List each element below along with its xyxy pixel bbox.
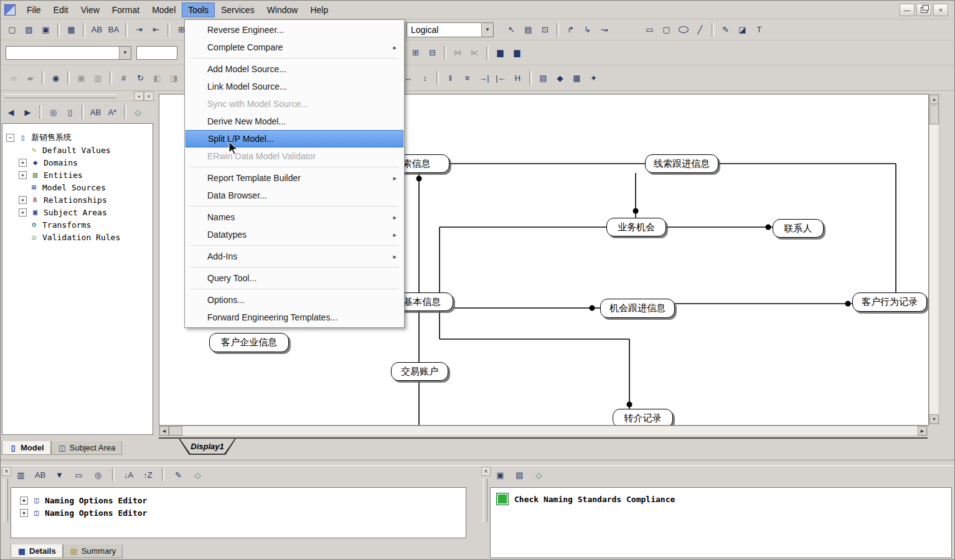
spark-icon[interactable]: ✦ (586, 70, 601, 85)
rectangle-tool-icon[interactable]: ▭ (642, 22, 657, 37)
vertical-scrollbar[interactable]: ▲ ▼ (929, 94, 939, 424)
open-icon[interactable]: ▨ (21, 22, 37, 37)
save-icon[interactable]: ▣ (38, 22, 54, 37)
entity-box[interactable]: 线索跟进信息 (645, 154, 718, 173)
fit-vertical-icon[interactable]: ↕ (417, 70, 433, 85)
chevron-down-icon[interactable]: ▼ (119, 47, 131, 59)
clipboard-icon[interactable]: ▥ (90, 70, 106, 85)
menu-edit[interactable]: Edit (47, 2, 75, 17)
forward-icon[interactable]: ▶ (20, 105, 35, 119)
list-item[interactable]: + ◫ Naming Options Editor (20, 494, 466, 506)
ellipse-tool-icon[interactable] (675, 22, 691, 37)
expand-icon[interactable]: + (19, 171, 27, 179)
panel-grip[interactable] (4, 478, 8, 522)
line-tool-icon[interactable]: ╱ (692, 22, 708, 37)
tab-details[interactable]: ▦ Details (11, 544, 63, 558)
tab-display1[interactable]: Display1 (179, 439, 236, 455)
refresh-icon[interactable]: ↻ (133, 70, 148, 85)
header-icon[interactable]: H (510, 70, 525, 85)
minimize-button[interactable]: — (900, 4, 915, 16)
stack-b-icon[interactable]: ▆ (509, 45, 525, 60)
menu-services[interactable]: Services (215, 2, 261, 17)
tree-item-subject-areas[interactable]: + ▣ Subject Areas (19, 206, 153, 218)
tree-root-row[interactable]: − ▯ 新销售系统 (6, 131, 153, 144)
menu-file[interactable]: File (21, 2, 47, 17)
object-filter-select[interactable]: ▼ (6, 46, 131, 60)
pointer-tool-icon[interactable]: ↖ (504, 22, 519, 37)
tree-item-entities[interactable]: + ▤ Entities (19, 169, 153, 181)
dense-grid-icon[interactable]: ▦ (569, 70, 585, 85)
menu-window[interactable]: Window (261, 2, 304, 17)
eraser-tool-icon[interactable]: ◪ (735, 22, 750, 37)
chevron-down-icon[interactable]: ▼ (481, 23, 493, 37)
tree-item-validation-rules[interactable]: ☑ Validation Rules (19, 231, 153, 243)
naming-ba-icon[interactable]: BA (106, 22, 121, 37)
menu-item-data-browser[interactable]: Data Browser... (185, 187, 404, 204)
lock-icon[interactable]: ◉ (48, 70, 64, 85)
menu-item-add-ins[interactable]: Add-Ins▸ (185, 248, 404, 265)
new-icon[interactable]: ▢ (4, 22, 20, 37)
diamond-icon[interactable]: ◆ (552, 70, 568, 85)
entity-box[interactable]: 客户企业信息 (209, 333, 289, 352)
tree-item-model-sources[interactable]: ⊞ Model Sources (19, 181, 153, 194)
menu-item-complete-compare[interactable]: Complete Compare▸ (185, 39, 404, 56)
shape-a-icon[interactable]: ▱ (6, 70, 21, 85)
menu-format[interactable]: Format (106, 2, 146, 17)
scroll-right-icon[interactable]: ▶ (918, 426, 927, 436)
identifying-relationship-icon[interactable]: ↱ (563, 22, 578, 37)
open-icon[interactable]: ▥ (13, 467, 29, 482)
menu-item-options[interactable]: Options... (185, 291, 404, 309)
shape-b-icon[interactable]: ▰ (22, 70, 38, 85)
card-icon[interactable]: ▭ (71, 467, 87, 482)
rounded-rectangle-tool-icon[interactable]: ▢ (659, 22, 674, 37)
many-to-many-relationship-icon[interactable]: ↝ (596, 22, 612, 37)
menu-tools[interactable]: Tools (182, 2, 215, 17)
expand-icon[interactable]: + (19, 196, 27, 204)
page-icon[interactable]: ▤ (535, 70, 551, 85)
vertical-scroll-thumb[interactable] (929, 105, 939, 124)
tree-item-default-values[interactable]: ✎ Default Values (19, 144, 153, 156)
panel-close-button[interactable]: × (481, 467, 491, 476)
back-icon[interactable]: ◀ (3, 105, 19, 119)
pause-columns-icon[interactable]: ‖ (443, 70, 458, 85)
menu-item-add-model-source[interactable]: Add Model Source... (185, 60, 404, 78)
entity-box[interactable]: 交易账户 (391, 362, 448, 381)
copy-icon[interactable]: ▣ (73, 70, 89, 85)
restore-button[interactable] (916, 4, 931, 16)
status-row[interactable]: Check Naming Standards Compliance (497, 493, 951, 505)
menu-item-report-template-builder[interactable]: Report Template Builder▸ (185, 169, 404, 187)
entity-box[interactable]: 联系人 (773, 219, 824, 238)
list-item[interactable]: + ◫ Naming Options Editor (20, 506, 466, 519)
search-icon[interactable]: ◎ (45, 105, 61, 119)
menu-item-link-model-source[interactable]: Link Model Source... (185, 78, 404, 95)
half-right-icon[interactable]: ◨ (166, 70, 182, 85)
tag-icon[interactable]: ◇ (130, 105, 146, 119)
panel-close-button[interactable]: × (144, 91, 154, 101)
stack-a-icon[interactable]: ▆ (492, 45, 508, 60)
horizontal-scroll-thumb[interactable] (169, 426, 182, 436)
outdent-icon[interactable]: |← (493, 70, 509, 85)
scroll-down-icon[interactable]: ▼ (929, 414, 939, 424)
expand-icon[interactable]: + (20, 509, 28, 517)
entity-box[interactable]: 机会跟进信息 (600, 299, 675, 318)
scroll-track[interactable] (182, 426, 918, 436)
save-icon[interactable]: ▣ (492, 467, 508, 482)
panel-grip[interactable]: ▪ × (1, 91, 156, 101)
collapse-icon[interactable]: − (6, 134, 14, 142)
half-left-icon[interactable]: ◧ (149, 70, 165, 85)
diagram-type-select[interactable]: Logical ▼ (407, 22, 494, 37)
nonidentifying-relationship-icon[interactable]: ↳ (580, 22, 595, 37)
menu-view[interactable]: View (75, 2, 106, 17)
print-icon[interactable]: ▦ (64, 22, 79, 37)
entity-tool-icon[interactable]: ▤ (520, 22, 536, 37)
panel-close-button[interactable]: × (2, 467, 11, 476)
filter-a-icon[interactable]: A* (105, 105, 120, 119)
indent-icon[interactable]: →| (476, 70, 492, 85)
tree-item-relationships[interactable]: + ⋔ Relationships (19, 194, 153, 206)
menu-item-derive-new-model[interactable]: Derive New Model... (185, 113, 404, 130)
split-cells-icon[interactable]: ⋉ (467, 45, 482, 60)
pin-button[interactable]: ▪ (134, 91, 144, 101)
menu-item-query-tool[interactable]: Query Tool... (185, 269, 404, 287)
add-column-icon[interactable]: ⊞ (408, 45, 423, 60)
brush-tool-icon[interactable]: ✎ (718, 22, 733, 37)
